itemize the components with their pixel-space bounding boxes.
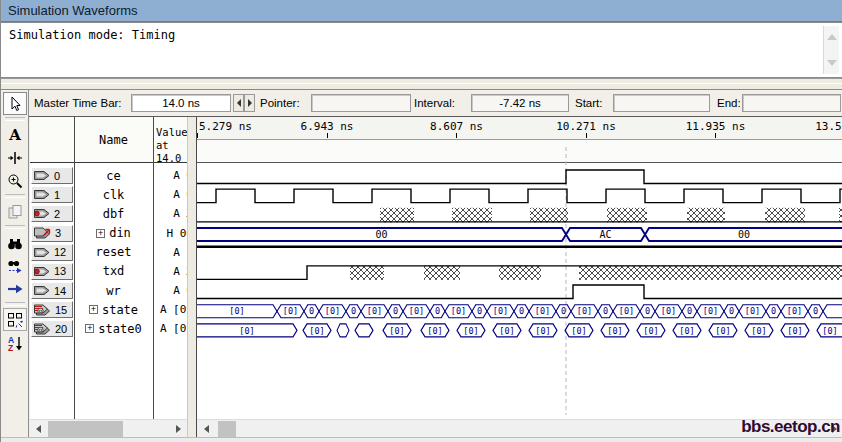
bus-value-label: [0] (463, 326, 478, 336)
bus-value-label: [0] (787, 326, 802, 336)
goto-button[interactable] (3, 277, 27, 300)
signal-value-cell: A 0 (111, 166, 193, 185)
text-tool-button[interactable]: A (3, 123, 27, 146)
signal-row-header[interactable]: 1 (31, 186, 73, 203)
bus-value-label: 0 (351, 306, 356, 316)
master-time-bar-label: Master Time Bar: (34, 97, 122, 109)
time-tick-mark (586, 133, 587, 138)
bus-value-label: [0] (499, 326, 514, 336)
bus-value-label: AC (599, 229, 611, 240)
input-pin-icon (34, 189, 51, 200)
expand-toggle-icon[interactable]: + (96, 229, 105, 238)
bus-state (823, 305, 842, 318)
duplicate-button[interactable] (3, 200, 27, 223)
bus-value-label: [0] (325, 306, 340, 316)
bus-value-label: 0 (477, 306, 482, 316)
master-time-decrement-button[interactable] (233, 94, 244, 112)
unknown-region (607, 208, 647, 223)
signal-value-cell: A X (111, 262, 193, 281)
signal-row-header[interactable]: o20 (31, 320, 73, 337)
bus-state0 (355, 324, 373, 337)
signal-row-header[interactable]: 0 (31, 167, 73, 184)
time-tick-label: 6.943 ns (301, 120, 354, 133)
interval-field: -7.42 ns (471, 94, 569, 112)
signal-row-header[interactable]: o15 (31, 301, 73, 318)
unknown-region (499, 265, 541, 280)
horizontal-splitter[interactable] (1, 78, 842, 90)
bus-value-label: [0] (607, 326, 622, 336)
bus-value-label: 0 (645, 306, 650, 316)
bus-value-label: 0 (771, 306, 776, 316)
table-corner-cell (30, 117, 74, 163)
simulation-waveforms-window: Simulation Waveforms Simulation mode: Ti… (0, 0, 842, 442)
signal-row-header[interactable]: 14 (31, 282, 73, 299)
bus-value-label: [0] (715, 326, 730, 336)
time-tick-label: 5.279 ns (199, 120, 252, 133)
signal-row-header[interactable]: 3 (31, 225, 73, 242)
message-scrollbar[interactable] (823, 26, 839, 74)
scroll-down-icon[interactable] (827, 60, 837, 66)
svg-text:o: o (39, 307, 43, 314)
bus-value-label: [0] (367, 306, 382, 316)
scrollbar-thumb[interactable] (218, 421, 236, 437)
bus-value-label: [0] (571, 326, 586, 336)
unknown-region (765, 208, 805, 223)
unknown-region (530, 208, 568, 223)
bus-value-label: [0] (409, 306, 424, 316)
signal-row-header[interactable]: 2 (31, 205, 73, 222)
waveform-edit-tool-button[interactable] (3, 146, 27, 169)
signal-value-cell: A [0] (111, 300, 193, 319)
window-titlebar[interactable]: Simulation Waveforms (1, 0, 842, 22)
scroll-left-icon[interactable] (31, 421, 46, 437)
wave-ce (197, 170, 842, 184)
time-tick-label: 11.935 ns (686, 120, 746, 133)
input-pin-icon (34, 170, 51, 181)
time-ruler[interactable]: 5.279 ns6.943 ns8.607 ns10.271 ns11.935 … (197, 117, 842, 140)
start-field[interactable] (613, 94, 710, 112)
zoom-tool-button[interactable] (3, 169, 27, 192)
name-column-header[interactable]: Name (74, 117, 153, 163)
expand-toggle-icon[interactable]: + (89, 305, 98, 314)
end-field[interactable] (742, 94, 841, 112)
svg-text:A: A (8, 127, 21, 143)
window-bottom-edge (1, 437, 842, 442)
bus-state0 (337, 324, 349, 337)
time-tick-mark (327, 133, 328, 138)
signal-index: 2 (54, 208, 60, 220)
window-title: Simulation Waveforms (8, 3, 138, 18)
waveform-canvas[interactable]: 00AC00[0][0]0[0]0[0]0[0]0[0]0[0]0[0]0[0]… (197, 143, 842, 418)
bus-value-label: [0] (619, 306, 634, 316)
copy-icon (7, 204, 23, 220)
signal-index: 3 (55, 227, 61, 239)
time-tick-label: 8.607 ns (430, 120, 483, 133)
panel-splitter[interactable] (187, 117, 197, 437)
scroll-left-icon[interactable] (199, 421, 214, 437)
master-time-increment-button[interactable] (244, 94, 255, 112)
sort-button[interactable]: AZ (3, 331, 27, 354)
find-next-button[interactable] (3, 254, 27, 277)
scrollbar-thumb[interactable] (48, 421, 123, 437)
pointer-label: Pointer: (260, 97, 300, 109)
output-group-icon: o (34, 323, 52, 335)
master-time-bar-field[interactable]: 14.0 ns (131, 94, 231, 112)
signal-row-header[interactable]: 13 (31, 263, 73, 280)
fit-in-window-button[interactable] (3, 308, 27, 331)
scroll-up-icon[interactable] (827, 34, 837, 40)
find-button[interactable] (3, 231, 27, 254)
selection-tool-button[interactable] (3, 92, 27, 115)
start-label: Start: (575, 97, 602, 109)
sort-az-icon: AZ (7, 335, 23, 351)
bus-value-label: 0 (603, 306, 608, 316)
bus-value-label: [0] (427, 326, 442, 336)
bus-value-label: [0] (389, 326, 404, 336)
bus-value-label: [0] (643, 326, 658, 336)
signal-index: 1 (54, 189, 60, 201)
signal-index: 15 (55, 304, 67, 316)
signal-index: 13 (54, 265, 66, 277)
signal-index: 20 (55, 323, 67, 335)
bus-value-label: 0 (393, 306, 398, 316)
signal-row-header[interactable]: 12 (31, 244, 73, 261)
expand-toggle-icon[interactable]: + (85, 324, 94, 333)
scroll-right-icon[interactable] (171, 421, 186, 437)
signal-panel-hscrollbar[interactable] (30, 419, 187, 437)
